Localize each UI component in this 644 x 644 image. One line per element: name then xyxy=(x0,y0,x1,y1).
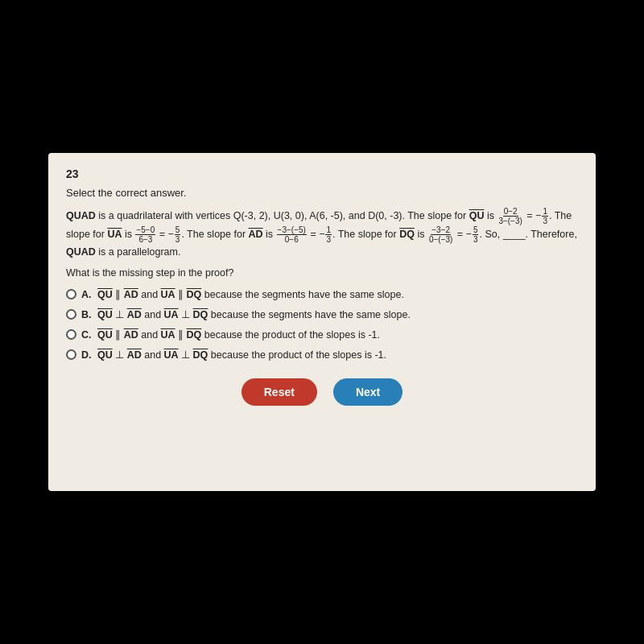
radio-b[interactable] xyxy=(66,309,76,320)
instruction-text: Select the correct answer. xyxy=(66,187,578,199)
question-number: 23 xyxy=(66,167,578,180)
option-c-text: C. QU ∥ AD and UA ∥ DQ because the produ… xyxy=(81,328,380,341)
action-buttons: Reset Next xyxy=(66,378,578,406)
option-c[interactable]: C. QU ∥ AD and UA ∥ DQ because the produ… xyxy=(66,328,578,341)
option-a[interactable]: A. QU ∥ AD and UA ∥ DQ because the segme… xyxy=(66,288,578,300)
radio-d[interactable] xyxy=(66,349,76,360)
problem-text: QUAD is a quadrilateral with vertices Q(… xyxy=(66,207,578,261)
option-a-text: A. QU ∥ AD and UA ∥ DQ because the segme… xyxy=(81,288,404,300)
missing-step-label: What is the missing step in the proof? xyxy=(66,267,578,279)
option-d-text: D. QU ⊥ AD and UA ⊥ DQ because the produ… xyxy=(81,349,386,361)
option-b-text: B. QU ⊥ AD and UA ⊥ DQ because the segme… xyxy=(81,308,411,320)
reset-button[interactable]: Reset xyxy=(242,378,317,406)
answer-options: A. QU ∥ AD and UA ∥ DQ because the segme… xyxy=(66,288,578,361)
radio-a[interactable] xyxy=(66,289,76,299)
next-button[interactable]: Next xyxy=(333,378,402,406)
option-d[interactable]: D. QU ⊥ AD and UA ⊥ DQ because the produ… xyxy=(66,349,578,361)
radio-c[interactable] xyxy=(66,329,76,340)
question-card: 23 Select the correct answer. QUAD is a … xyxy=(48,153,596,491)
option-b[interactable]: B. QU ⊥ AD and UA ⊥ DQ because the segme… xyxy=(66,308,578,320)
